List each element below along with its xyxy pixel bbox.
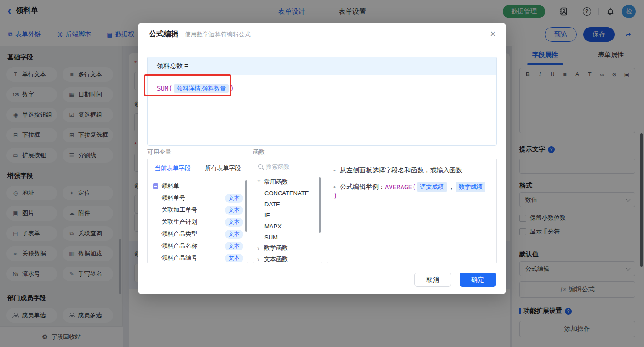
chevron-collapsed-icon: › xyxy=(257,245,262,252)
formula-edit-modal: 公式编辑 使用数学运算符编辑公式 × 领料总数 = SUM(领料详情.领料数量)… xyxy=(138,23,506,294)
function-group-common[interactable]: › 常用函数 xyxy=(253,176,322,188)
help-line-2: • 公式编辑举例： AVERAGE( 语文成绩 ， 数学成绩 ) xyxy=(334,182,490,199)
comma: ， xyxy=(448,183,454,191)
chevron-collapsed-icon: › xyxy=(257,256,262,263)
formula-expression[interactable]: SUM(领料详情.领料数量) xyxy=(148,75,496,102)
modal-subtitle: 使用数学运算符编辑公式 xyxy=(185,30,251,39)
function-search-input[interactable] xyxy=(266,163,312,170)
chevron-expanded-icon: › xyxy=(256,180,263,184)
type-badge: 文本 xyxy=(225,194,243,203)
formula-field-chip[interactable]: 领料详情.领料数量 xyxy=(174,84,229,93)
form-node[interactable]: 领料单 xyxy=(148,180,248,192)
type-badge: 文本 xyxy=(225,254,243,262)
functions-section-label: 函数 xyxy=(253,148,265,156)
variable-name: 领料产品名称 xyxy=(161,242,197,250)
variable-name: 领料产品类型 xyxy=(161,230,197,238)
function-item-sum[interactable]: SUM xyxy=(253,232,322,243)
variables-section-label: 可用变量 xyxy=(147,148,171,156)
variable-row[interactable]: 领料产品类型文本 xyxy=(148,228,248,240)
search-icon xyxy=(258,164,263,169)
formula-function-name: SUM( xyxy=(157,85,172,92)
variables-tabs: 当前表单字段 所有表单字段 xyxy=(148,159,248,177)
example-function-name: AVERAGE( xyxy=(385,183,416,191)
type-badge: 文本 xyxy=(225,218,243,227)
variable-name: 领料产品编号 xyxy=(161,254,197,262)
help-line-1: • 从左侧面板选择字段名和函数，或输入函数 xyxy=(334,166,490,175)
functions-scrollbar[interactable] xyxy=(319,177,321,233)
cancel-button[interactable]: 取消 xyxy=(414,273,451,287)
tab-all-form-fields[interactable]: 所有表单字段 xyxy=(198,159,248,177)
variable-name: 关联加工单号 xyxy=(161,206,197,214)
type-badge: 文本 xyxy=(225,242,243,250)
function-group-math[interactable]: › 数学函数 xyxy=(253,243,322,254)
function-group-text[interactable]: › 文本函数 xyxy=(253,254,322,263)
tab-current-form-fields[interactable]: 当前表单字段 xyxy=(148,159,198,177)
variable-row[interactable]: 领料产品名称文本 xyxy=(148,240,248,252)
variable-row[interactable]: 领料单号文本 xyxy=(148,192,248,204)
variable-row[interactable]: 关联加工单号文本 xyxy=(148,204,248,216)
formula-target-label: 领料总数 = xyxy=(157,62,188,70)
type-badge: 文本 xyxy=(225,230,243,239)
variables-panel: 当前表单字段 所有表单字段 领料单 领料单号文本 关联加工单号文本 关联生产计划… xyxy=(147,159,248,263)
help-panel: • 从左侧面板选择字段名和函数，或输入函数 • 公式编辑举例： AVERAGE(… xyxy=(327,159,497,263)
bullet: • xyxy=(334,183,336,191)
variable-row[interactable]: 领料产品编号文本 xyxy=(148,252,248,263)
variable-row[interactable]: 关联生产计划文本 xyxy=(148,216,248,228)
formula-editor[interactable]: 领料总数 = SUM(领料详情.领料数量) xyxy=(147,57,497,146)
example-chip-1: 语文成绩 xyxy=(417,182,447,192)
function-search-row xyxy=(253,159,322,174)
variable-name: 关联生产计划 xyxy=(161,218,197,226)
function-item-date[interactable]: DATE xyxy=(253,199,322,210)
modal-header: 公式编辑 使用数学运算符编辑公式 × xyxy=(138,23,506,46)
form-node-label: 领料单 xyxy=(161,182,179,190)
function-item-mapx[interactable]: MAPX xyxy=(253,221,322,232)
type-badge: 文本 xyxy=(225,206,243,215)
variables-scrollbar[interactable] xyxy=(245,180,247,232)
functions-panel: › 常用函数 CONCATENATE DATE IF MAPX SUM › 数学… xyxy=(253,159,322,263)
bullet: • xyxy=(334,167,336,174)
group-label: 常用函数 xyxy=(264,178,288,186)
formula-close-paren: ) xyxy=(230,85,234,92)
example-close-paren: ) xyxy=(334,192,337,199)
function-item-concatenate[interactable]: CONCATENATE xyxy=(253,188,322,199)
function-item-if[interactable]: IF xyxy=(253,210,322,221)
form-doc-icon xyxy=(153,183,158,189)
group-label: 数学函数 xyxy=(264,244,288,252)
confirm-button[interactable]: 确定 xyxy=(460,273,496,287)
formula-target-strip: 领料总数 = xyxy=(148,57,496,75)
close-icon[interactable]: × xyxy=(490,29,496,39)
modal-title: 公式编辑 xyxy=(149,29,178,39)
group-label: 文本函数 xyxy=(264,255,288,263)
example-chip-2: 数学成绩 xyxy=(456,182,485,192)
variable-name: 领料单号 xyxy=(161,194,185,202)
